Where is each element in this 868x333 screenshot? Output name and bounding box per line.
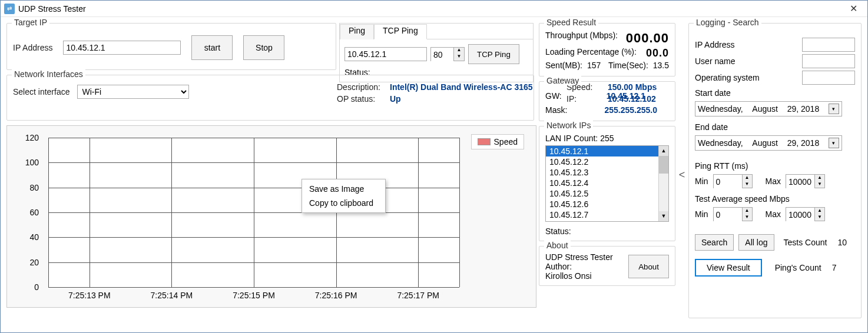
ping-panel: Ping TCP Ping ▲▼ TCP Ping Status:	[339, 23, 534, 82]
ping-rtt-label: Ping RTT (ms)	[695, 161, 855, 171]
ip-list-item[interactable]: 10.45.12.6	[546, 199, 668, 209]
ip-list-item[interactable]: 10.45.12.2	[546, 156, 668, 167]
about-line3: Kirollos Onsi	[545, 271, 613, 281]
chevron-down-icon[interactable]: ▼	[454, 54, 464, 61]
y-tick: 120	[25, 133, 39, 142]
target-ip-legend: Target IP	[12, 18, 49, 27]
search-user-label: User name	[695, 56, 735, 66]
loading-percentage-value: 00.0	[646, 47, 669, 59]
titlebar: ⇄ UDP Stress Tester ✕	[1, 1, 867, 17]
sent-mb-label: Sent(MB):	[545, 61, 582, 70]
y-tick: 0	[34, 282, 39, 292]
tcp-ping-host-input[interactable]	[344, 47, 427, 61]
context-save-image[interactable]: Save as Image	[302, 182, 385, 196]
select-interface-label: Select interface	[13, 87, 70, 96]
description-label: Description:	[337, 82, 390, 92]
start-date-picker[interactable]: Wednesday, August 29, 2018 ▾	[695, 101, 842, 116]
app-window: ⇄ UDP Stress Tester ✕ Target IP IP Addre…	[0, 0, 868, 333]
rtt-min-label: Min	[695, 177, 708, 186]
logging-search-legend: Logging - Search	[694, 18, 761, 27]
y-tick: 20	[29, 258, 39, 267]
end-date-label: End date	[695, 122, 855, 132]
about-group: About UDP Stress Tester Author: Kirollos…	[539, 246, 675, 286]
speed-chart[interactable]: Speed 020406080100120 7:25:13 PM7:25:14 …	[6, 125, 536, 308]
mask-label: Mask:	[545, 105, 567, 115]
rtt-max-spinner[interactable]: ▲▼	[786, 174, 825, 188]
gateway-group: Gateway GW: 10.45.12.1 Mask: 255.255.255…	[539, 81, 675, 121]
pings-count-value: 7	[832, 263, 837, 272]
legend-swatch	[478, 138, 491, 145]
pings-count-label: Ping's Count	[775, 263, 821, 272]
calendar-dropdown-icon[interactable]: ▾	[829, 104, 839, 114]
ip-list-item[interactable]: 10.45.12.3	[546, 167, 668, 178]
listbox-scrollbar[interactable]: ▲ ▼	[658, 146, 668, 221]
context-copy-clipboard[interactable]: Copy to clipboard	[302, 196, 385, 210]
x-tick: 7:25:14 PM	[151, 291, 193, 300]
about-line2: Author:	[545, 262, 613, 271]
chart-context-menu: Save as Image Copy to clipboard	[302, 179, 386, 213]
y-tick: 60	[29, 208, 39, 217]
stop-button[interactable]: Stop	[243, 35, 284, 60]
avg-min-spinner[interactable]: ▲▼	[713, 207, 753, 221]
avg-speed-label: Test Average speed Mbps	[695, 194, 855, 204]
tcp-ping-port-input[interactable]	[431, 48, 453, 62]
ip-list-item[interactable]: 10.45.12.1	[546, 146, 668, 156]
search-os-label: Operating system	[695, 73, 760, 82]
tab-tcp-ping[interactable]: TCP Ping	[374, 24, 427, 39]
tcp-ping-port-spinner[interactable]: ▲▼	[430, 47, 465, 61]
tests-count-label: Tests Count	[784, 238, 827, 247]
about-legend: About	[544, 241, 571, 250]
app-icon: ⇄	[4, 4, 15, 14]
avg-max-spinner[interactable]: ▲▼	[786, 207, 825, 221]
end-date-picker[interactable]: Wednesday, August 29, 2018 ▾	[695, 135, 842, 151]
chart-legend: Speed	[471, 134, 524, 149]
network-interfaces-group: Network Interfaces Select interface Wi-F…	[6, 75, 534, 121]
y-tick: 80	[29, 183, 39, 192]
tests-count-value: 10	[837, 238, 847, 247]
rtt-min-spinner[interactable]: ▲▼	[713, 174, 753, 188]
ip-listbox[interactable]: 10.45.12.110.45.12.210.45.12.310.45.12.4…	[545, 145, 669, 222]
lan-ip-count-label: LAN IP Count: 255	[545, 134, 669, 143]
scroll-thumb[interactable]	[659, 156, 668, 174]
speed-result-group: Speed Result Throughput (Mbps): 000.00 L…	[539, 23, 675, 76]
search-os-input[interactable]	[802, 71, 855, 85]
ip-list-item[interactable]: 10.45.12.5	[546, 188, 668, 199]
network-interfaces-legend: Network Interfaces	[12, 69, 85, 79]
view-result-button[interactable]: View Result	[695, 259, 762, 277]
interface-select[interactable]: Wi-Fi	[77, 85, 189, 99]
all-log-button[interactable]: All log	[738, 234, 774, 251]
mask-value: 255.255.255.0	[604, 105, 657, 115]
throughput-label: Throughput (Mbps):	[545, 31, 618, 46]
ip-list-item[interactable]: 10.45.12.7	[546, 209, 668, 220]
legend-label: Speed	[494, 137, 518, 146]
calendar-dropdown-icon[interactable]: ▾	[829, 138, 839, 148]
gateway-value: 10.45.12.1	[607, 91, 645, 101]
throughput-value: 000.00	[626, 31, 669, 46]
scroll-down-icon[interactable]: ▼	[659, 211, 668, 221]
network-ips-status-label: Status:	[545, 227, 669, 236]
avg-min-label: Min	[695, 209, 708, 219]
y-tick: 40	[29, 232, 39, 242]
network-ips-legend: Network IPs	[544, 121, 593, 130]
tcp-ping-button[interactable]: TCP Ping	[468, 44, 519, 64]
ip-address-input[interactable]	[63, 41, 181, 55]
time-sec-value: 13.5	[653, 61, 669, 70]
avg-max-label: Max	[766, 209, 781, 219]
search-user-input[interactable]	[802, 54, 855, 68]
sent-mb-value: 157	[587, 61, 601, 70]
network-ips-group: Network IPs LAN IP Count: 255 10.45.12.1…	[539, 126, 675, 241]
x-tick: 7:25:15 PM	[233, 291, 275, 300]
close-icon[interactable]: ✕	[843, 2, 864, 16]
x-tick: 7:25:13 PM	[68, 291, 111, 300]
scroll-up-icon[interactable]: ▲	[659, 146, 668, 156]
search-ip-input[interactable]	[802, 38, 855, 52]
time-sec-label: Time(Sec):	[608, 61, 648, 70]
ip-list-item[interactable]: 10.45.12.8	[546, 220, 668, 222]
start-button[interactable]: start	[191, 35, 233, 60]
tab-ping[interactable]: Ping	[340, 24, 374, 39]
collapse-panel-icon[interactable]: <	[679, 169, 685, 181]
about-button[interactable]: About	[628, 255, 669, 278]
search-button[interactable]: Search	[695, 234, 734, 251]
ip-list-item[interactable]: 10.45.12.4	[546, 178, 668, 188]
op-status-label: OP status:	[337, 94, 390, 104]
